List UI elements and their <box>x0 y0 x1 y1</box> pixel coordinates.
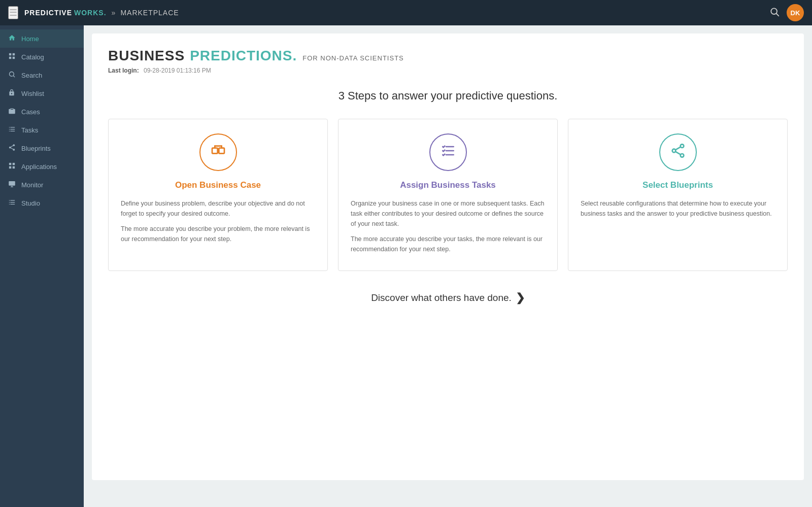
card-tasks-para-1: Organize your business case in one or mo… <box>351 198 545 229</box>
svg-rect-3 <box>12 53 14 55</box>
svg-line-11 <box>11 148 13 149</box>
card-open-business-case[interactable]: Open Business Case Define your business … <box>108 119 328 271</box>
studio-icon <box>7 198 16 208</box>
content-card: BUSINESS PREDICTIONS . FOR NON-DATA SCIE… <box>92 33 804 480</box>
discover-row[interactable]: Discover what others have done. ❯ <box>108 291 788 305</box>
svg-rect-2 <box>9 53 11 55</box>
svg-point-8 <box>13 144 15 146</box>
brand-separator: » <box>112 9 116 17</box>
discover-text: Discover what others have done. <box>371 292 512 303</box>
svg-rect-17 <box>9 181 15 186</box>
svg-point-6 <box>9 72 14 77</box>
home-icon <box>7 34 16 43</box>
main-content: BUSINESS PREDICTIONS . FOR NON-DATA SCIE… <box>84 25 812 507</box>
card-icon-wrapper-teal <box>659 133 697 171</box>
card-assign-tasks[interactable]: Assign Business Tasks Organize your busi… <box>338 119 558 271</box>
hamburger-menu-button[interactable]: ☰ <box>8 6 18 19</box>
sidebar-item-monitor[interactable]: Monitor <box>0 176 84 194</box>
title-business: BUSINESS <box>108 48 185 64</box>
blueprints-icon <box>7 144 16 153</box>
svg-line-7 <box>13 76 15 77</box>
brand-marketplace: MARKETPLACE <box>120 9 179 17</box>
svg-line-12 <box>11 146 13 147</box>
sidebar-item-home[interactable]: Home <box>0 29 84 48</box>
card-text-case: Define your business problem, describe y… <box>121 198 315 244</box>
card-icon-wrapper-orange <box>199 133 237 171</box>
card-select-blueprints[interactable]: Select Blueprints Select reusable config… <box>568 119 788 271</box>
svg-line-31 <box>675 151 681 154</box>
steps-heading: 3 Steps to answer your predictive questi… <box>108 89 788 103</box>
brand-logo: PREDICTIVE WORKS. » MARKETPLACE <box>24 9 179 17</box>
sidebar-item-studio[interactable]: Studio <box>0 194 84 212</box>
card-icon-wrapper-purple <box>429 133 467 171</box>
topnav-left: ☰ PREDICTIVE WORKS. » MARKETPLACE <box>8 6 179 19</box>
catalog-icon <box>7 52 16 61</box>
title-predictions: PREDICTIONS <box>190 48 292 64</box>
tasks-icon <box>7 125 16 134</box>
sidebar-item-search[interactable]: Search <box>0 66 84 84</box>
sidebar-item-wishlist[interactable]: Wishlist <box>0 84 84 103</box>
sidebar-item-cases[interactable]: Cases <box>0 103 84 121</box>
user-avatar[interactable]: DK <box>787 4 804 21</box>
sidebar: Home Catalog Search Wishlist Cases <box>0 25 84 507</box>
sidebar-item-tasks[interactable]: Tasks <box>0 121 84 139</box>
card-para-1: Define your business problem, describe y… <box>121 198 315 219</box>
sidebar-item-applications[interactable]: Applications <box>0 157 84 176</box>
last-login: Last login: 09-28-2019 01:13:16 PM <box>108 67 788 74</box>
blueprints-card-icon <box>670 143 686 162</box>
card-title-case: Open Business Case <box>175 180 261 190</box>
svg-rect-13 <box>9 163 11 165</box>
brand-works: WORKS. <box>74 9 107 17</box>
cards-row: Open Business Case Define your business … <box>108 119 788 271</box>
svg-rect-16 <box>12 166 14 168</box>
card-title-blueprints: Select Blueprints <box>642 180 713 190</box>
svg-rect-14 <box>12 163 14 165</box>
title-dot: . <box>293 48 297 64</box>
card-title-tasks: Assign Business Tasks <box>400 180 496 190</box>
svg-rect-4 <box>9 57 11 59</box>
applications-icon <box>7 162 16 171</box>
case-icon <box>210 143 226 162</box>
monitor-icon <box>7 180 16 189</box>
svg-line-1 <box>776 13 779 16</box>
card-tasks-para-2: The more accurate you describe your task… <box>351 234 545 254</box>
sidebar-item-catalog[interactable]: Catalog <box>0 48 84 66</box>
title-sub: FOR NON-DATA SCIENTISTS <box>302 54 403 62</box>
search-icon <box>7 71 16 80</box>
svg-point-9 <box>9 147 11 149</box>
card-para-2: The more accurate you describe your prob… <box>121 224 315 244</box>
svg-rect-15 <box>9 166 11 168</box>
sidebar-item-blueprints[interactable]: Blueprints <box>0 139 84 157</box>
card-blueprints-para-1: Select reusable configurations that dete… <box>581 198 775 219</box>
discover-arrow-icon: ❯ <box>516 291 525 305</box>
top-navigation: ☰ PREDICTIVE WORKS. » MARKETPLACE DK <box>0 0 812 25</box>
svg-rect-20 <box>212 148 218 153</box>
cases-icon <box>7 107 16 116</box>
svg-line-32 <box>675 147 681 150</box>
svg-rect-21 <box>219 148 224 153</box>
wishlist-icon <box>7 89 16 98</box>
tasks-card-icon <box>440 143 456 162</box>
card-text-tasks: Organize your business case in one or mo… <box>351 198 545 254</box>
topnav-right: DK <box>769 4 804 21</box>
card-text-blueprints: Select reusable configurations that dete… <box>581 198 775 219</box>
last-login-value: 09-28-2019 01:13:16 PM <box>144 67 211 74</box>
svg-point-10 <box>13 149 15 151</box>
page-header: BUSINESS PREDICTIONS . FOR NON-DATA SCIE… <box>108 48 788 64</box>
last-login-label: Last login: <box>108 67 139 74</box>
main-layout: Home Catalog Search Wishlist Cases <box>0 25 812 507</box>
svg-rect-5 <box>12 57 14 59</box>
search-button[interactable] <box>769 7 780 19</box>
brand-predictive: PREDICTIVE <box>24 9 72 17</box>
